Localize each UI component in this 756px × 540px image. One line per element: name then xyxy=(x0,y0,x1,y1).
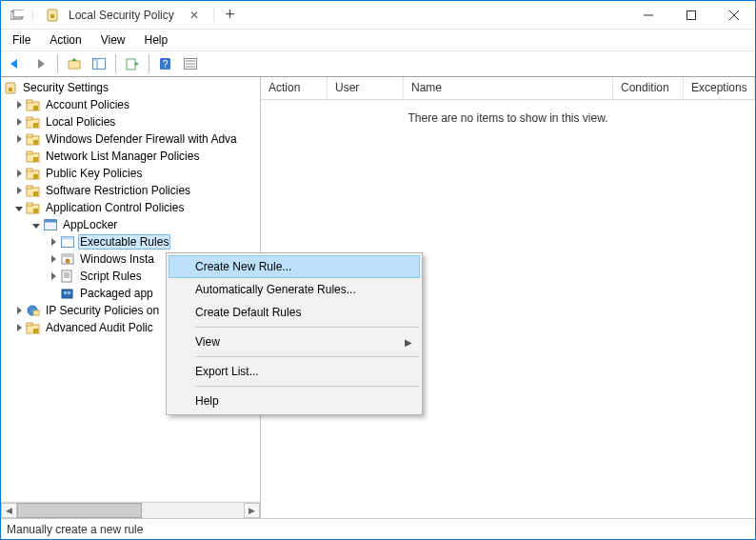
scroll-right-button[interactable]: ▶ xyxy=(244,503,260,518)
menu-item[interactable]: View▶ xyxy=(169,330,420,353)
tree-item[interactable]: Local Policies xyxy=(1,113,260,130)
column-header[interactable]: Action xyxy=(261,77,328,99)
svg-rect-42 xyxy=(33,191,38,196)
svg-rect-14 xyxy=(93,59,97,61)
expand-icon[interactable] xyxy=(47,235,60,249)
tab-close-icon[interactable]: ✕ xyxy=(187,9,202,22)
expand-icon[interactable] xyxy=(12,167,26,180)
menu-item[interactable]: Automatically Generate Rules... xyxy=(169,278,420,301)
menu-separator xyxy=(195,327,419,328)
tree-item-label: IP Security Policies on xyxy=(44,304,161,317)
menu-separator xyxy=(195,386,419,387)
tree-item[interactable]: Account Policies xyxy=(1,96,260,113)
svg-rect-58 xyxy=(64,291,67,294)
context-menu: Create New Rule...Automatically Generate… xyxy=(166,252,423,415)
maximize-button[interactable] xyxy=(669,1,712,29)
tree-item[interactable]: Network List Manager Policies xyxy=(1,148,260,165)
expand-icon[interactable] xyxy=(12,184,26,197)
export-button[interactable] xyxy=(121,53,144,74)
menu-item[interactable]: Create Default Rules xyxy=(169,301,420,324)
menubar: File Action View Help xyxy=(1,30,755,50)
folder-icon xyxy=(26,131,41,147)
tree-item[interactable]: Executable Rules xyxy=(1,233,260,250)
column-header[interactable]: Name xyxy=(404,77,613,99)
column-header[interactable]: Exceptions xyxy=(684,77,755,99)
tree-item-label: Application Control Policies xyxy=(44,201,186,214)
forward-button[interactable] xyxy=(30,53,52,74)
folder-icon xyxy=(26,303,41,318)
tree-item[interactable]: Software Restriction Policies xyxy=(1,182,260,199)
collapse-icon[interactable] xyxy=(30,218,43,231)
tree-item-label: Windows Insta xyxy=(78,252,156,266)
tree-item-label: Advanced Audit Polic xyxy=(44,321,155,334)
menu-item[interactable]: Help xyxy=(169,390,420,412)
menu-view[interactable]: View xyxy=(93,31,133,49)
expand-icon[interactable] xyxy=(47,252,60,266)
submenu-arrow-icon: ▶ xyxy=(405,337,412,348)
back-button[interactable] xyxy=(5,53,28,74)
menu-item[interactable]: Create New Rule... xyxy=(169,255,420,278)
tree-item-label: Local Policies xyxy=(44,115,117,129)
tree-item-applocker[interactable]: AppLocker xyxy=(1,216,260,233)
svg-text:?: ? xyxy=(163,59,169,70)
svg-rect-32 xyxy=(27,134,32,137)
menu-separator xyxy=(195,356,419,357)
svg-rect-51 xyxy=(62,254,73,257)
svg-rect-39 xyxy=(33,174,38,179)
scroll-left-button[interactable]: ◀ xyxy=(1,503,17,518)
tree-item[interactable]: Application Control Policies xyxy=(1,199,260,216)
svg-rect-30 xyxy=(33,123,38,128)
tree-item-label: Packaged app xyxy=(78,287,155,300)
column-header[interactable]: User xyxy=(328,77,404,99)
menu-item[interactable]: Export List... xyxy=(169,360,420,383)
folder-icon xyxy=(26,149,41,164)
help-button[interactable]: ? xyxy=(154,53,177,74)
properties-button[interactable] xyxy=(179,53,202,74)
svg-rect-63 xyxy=(27,323,32,326)
expand-icon[interactable] xyxy=(12,304,26,317)
new-tab-button[interactable]: + xyxy=(214,5,247,25)
column-header[interactable]: Condition xyxy=(613,77,684,99)
show-hide-tree-button[interactable] xyxy=(88,53,110,74)
tab-title: Local Security Policy xyxy=(69,9,181,22)
svg-rect-45 xyxy=(33,209,38,213)
svg-marker-16 xyxy=(135,62,139,66)
svg-rect-57 xyxy=(62,290,72,298)
tree-item-label: Windows Defender Firewall with Adva xyxy=(44,132,239,146)
tree-item[interactable]: Public Key Policies xyxy=(1,165,260,182)
rule-icon xyxy=(60,286,75,301)
scroll-thumb[interactable] xyxy=(17,503,142,518)
expand-icon[interactable] xyxy=(12,98,26,111)
expand-icon[interactable] xyxy=(12,321,26,334)
tab-active[interactable]: Local Security Policy ✕ xyxy=(33,8,214,23)
minimize-button[interactable] xyxy=(627,1,669,29)
folder-icon xyxy=(26,114,41,130)
expand-icon[interactable] xyxy=(47,270,60,283)
tree-h-scrollbar[interactable]: ◀ ▶ xyxy=(1,502,260,518)
scroll-track[interactable] xyxy=(17,503,244,518)
tree-item-label: AppLocker xyxy=(61,218,119,231)
tree-item[interactable]: Windows Defender Firewall with Adva xyxy=(1,130,260,148)
svg-rect-64 xyxy=(33,329,38,333)
menu-help[interactable]: Help xyxy=(137,31,176,49)
expand-icon[interactable] xyxy=(12,115,26,129)
up-button[interactable] xyxy=(63,53,86,74)
svg-rect-24 xyxy=(9,88,12,91)
tree-root[interactable]: Security Settings xyxy=(1,79,260,96)
svg-rect-38 xyxy=(27,169,32,171)
svg-rect-26 xyxy=(27,100,32,103)
collapse-icon[interactable] xyxy=(12,201,26,214)
menu-file[interactable]: File xyxy=(5,31,38,49)
close-button[interactable] xyxy=(712,1,755,29)
svg-rect-44 xyxy=(27,203,32,206)
menu-action[interactable]: Action xyxy=(42,31,89,49)
tree-item-label: Public Key Policies xyxy=(44,167,144,180)
tree-item-label: Software Restriction Policies xyxy=(44,184,192,197)
rule-icon xyxy=(60,269,75,284)
svg-rect-41 xyxy=(27,186,32,189)
tree-item-label: Account Policies xyxy=(44,98,131,111)
statusbar-text: Manually create a new rule xyxy=(7,523,143,536)
expand-icon[interactable] xyxy=(12,132,26,146)
toolbar: ? xyxy=(1,50,755,77)
app-window: Local Security Policy ✕ + File Action Vi… xyxy=(0,0,756,540)
